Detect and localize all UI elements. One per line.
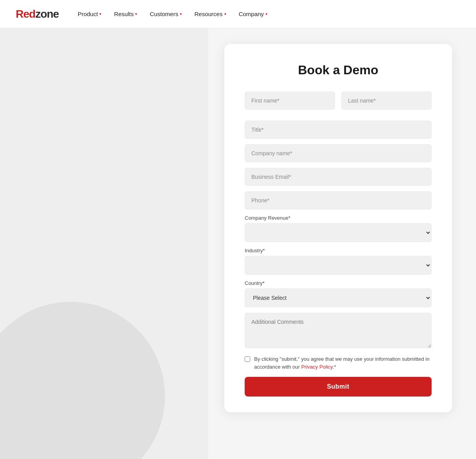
- business-email-input[interactable]: [245, 168, 432, 186]
- name-row: [245, 92, 432, 115]
- nav-product-label: Product: [78, 11, 98, 17]
- first-name-input[interactable]: [245, 92, 335, 110]
- country-select[interactable]: Please Select United States Canada Unite…: [245, 288, 432, 307]
- consent-text: By clicking "submit," you agree that we …: [254, 355, 432, 371]
- privacy-policy-link[interactable]: Privacy Policy: [301, 364, 333, 370]
- company-name-input[interactable]: [245, 144, 432, 162]
- nav-results-label: Results: [114, 11, 134, 17]
- consent-row: By clicking "submit," you agree that we …: [245, 355, 432, 371]
- industry-group: Industry* Manufacturing Food & Beverage …: [245, 248, 432, 275]
- chevron-down-icon: ▾: [99, 12, 101, 16]
- logo-dark-text: zone: [35, 8, 59, 20]
- nav-company-label: Company: [239, 11, 264, 17]
- consent-text-before: By clicking "submit," you agree that we …: [254, 356, 429, 370]
- submit-button[interactable]: Submit: [245, 377, 432, 397]
- left-panel: [0, 28, 208, 459]
- nav-item-results[interactable]: Results ▾: [114, 11, 137, 17]
- last-name-group: [341, 92, 432, 110]
- phone-input[interactable]: [245, 191, 432, 209]
- title-group: [245, 121, 432, 139]
- nav-menu: Product ▾ Results ▾ Customers ▾ Resource…: [78, 11, 267, 17]
- chevron-down-icon: ▾: [224, 12, 226, 16]
- chevron-down-icon: ▾: [180, 12, 182, 16]
- logo-red-text: Red: [16, 8, 35, 20]
- form-title: Book a Demo: [245, 63, 432, 77]
- business-email-group: [245, 168, 432, 186]
- company-revenue-label: Company Revenue*: [245, 215, 432, 221]
- nav-resources-label: Resources: [194, 11, 223, 17]
- arc-decoration: [0, 302, 165, 459]
- additional-comments-group: [245, 313, 432, 348]
- first-name-group: [245, 92, 335, 110]
- company-revenue-group: Company Revenue* Under $10M $10M - $50M …: [245, 215, 432, 242]
- industry-label: Industry*: [245, 248, 432, 253]
- country-group: Country* Please Select United States Can…: [245, 280, 432, 307]
- form-card: Book a Demo: [224, 44, 452, 412]
- title-input[interactable]: [245, 121, 432, 139]
- right-panel: Book a Demo: [208, 28, 476, 459]
- consent-checkbox[interactable]: [245, 356, 250, 362]
- country-label: Country*: [245, 280, 432, 286]
- phone-group: [245, 191, 432, 209]
- company-revenue-select[interactable]: Under $10M $10M - $50M $50M - $250M $250…: [245, 223, 432, 242]
- chevron-down-icon: ▾: [135, 12, 137, 16]
- additional-comments-textarea[interactable]: [245, 313, 432, 348]
- logo[interactable]: Redzone: [16, 8, 59, 20]
- industry-select[interactable]: Manufacturing Food & Beverage Pharmaceut…: [245, 256, 432, 275]
- company-name-group: [245, 144, 432, 162]
- nav-item-product[interactable]: Product ▾: [78, 11, 102, 17]
- nav-customers-label: Customers: [150, 11, 178, 17]
- main-content: Book a Demo: [0, 28, 476, 459]
- last-name-input[interactable]: [341, 92, 432, 110]
- navbar: Redzone Product ▾ Results ▾ Customers ▾ …: [0, 0, 476, 28]
- nav-item-customers[interactable]: Customers ▾: [150, 11, 182, 17]
- consent-text-after: .*: [333, 364, 336, 370]
- nav-item-company[interactable]: Company ▾: [239, 11, 267, 17]
- nav-item-resources[interactable]: Resources ▾: [194, 11, 226, 17]
- chevron-down-icon: ▾: [265, 12, 267, 16]
